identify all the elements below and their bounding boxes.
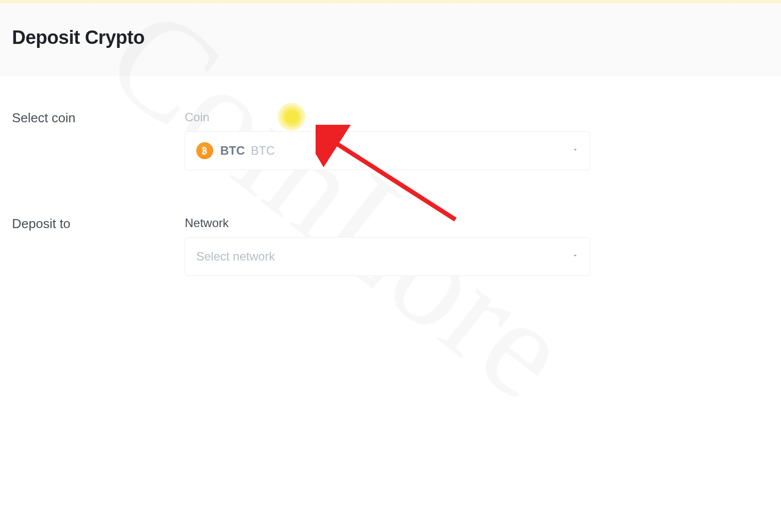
deposit-to-label: Deposit to bbox=[12, 216, 185, 232]
chevron-down-icon bbox=[572, 146, 579, 155]
network-placeholder: Select network bbox=[196, 250, 275, 264]
select-coin-row: Select coin Coin BTC BTC bbox=[12, 110, 769, 170]
bitcoin-icon bbox=[196, 142, 213, 159]
network-field-label: Network bbox=[185, 216, 590, 230]
coin-dropdown[interactable]: BTC BTC bbox=[185, 131, 590, 170]
coin-field-wrapper: Coin BTC BTC bbox=[185, 110, 590, 170]
coin-field-label: Coin bbox=[185, 110, 590, 124]
form-content: Select coin Coin BTC BTC Deposit to bbox=[0, 76, 781, 288]
page-title: Deposit Crypto bbox=[12, 27, 769, 48]
page-header: Deposit Crypto bbox=[0, 3, 781, 76]
deposit-to-row: Deposit to Network Select network bbox=[12, 216, 769, 276]
chevron-down-icon bbox=[572, 252, 579, 261]
select-coin-label: Select coin bbox=[12, 110, 185, 126]
coin-name: BTC bbox=[251, 144, 275, 158]
coin-symbol: BTC bbox=[220, 144, 245, 158]
network-dropdown[interactable]: Select network bbox=[185, 237, 590, 276]
network-field-wrapper: Network Select network bbox=[185, 216, 590, 276]
